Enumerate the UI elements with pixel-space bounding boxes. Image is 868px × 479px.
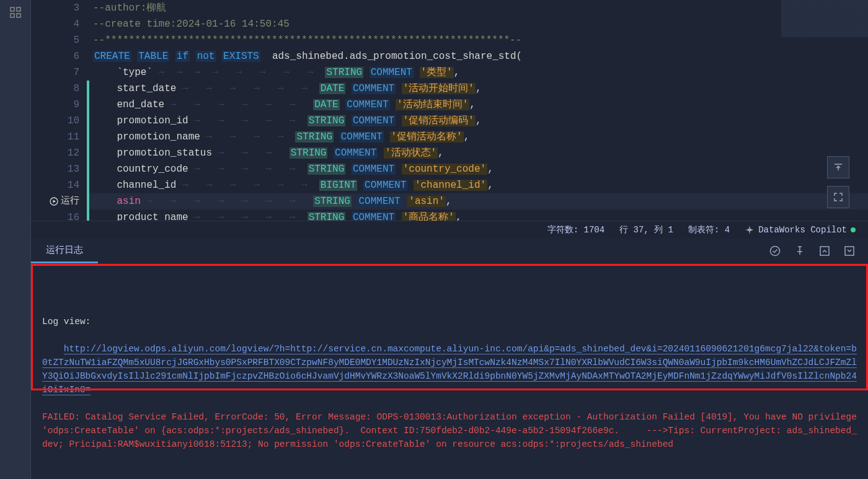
code-area[interactable]: --author:柳航--create time:2024-01-16 14:5… (87, 0, 868, 221)
code-line: channel_id → → → → → → BIGINT COMMENT 'c… (87, 177, 868, 193)
line-number: 运行 (31, 193, 87, 209)
line-number: 14 (31, 177, 87, 193)
line-number: 9 (31, 97, 87, 113)
code-line: --create time:2024-01-16 14:50:45 (87, 16, 868, 32)
collapse-up-icon[interactable] (818, 245, 831, 257)
sparkle-icon (745, 225, 755, 235)
line-number: 4 (31, 16, 87, 32)
line-number: 13 (31, 161, 87, 177)
code-line: country_code → → → → → STRING COMMENT 'c… (87, 161, 868, 177)
line-number: 7 (31, 64, 87, 81)
log-tabs: 运行日志 (31, 238, 868, 264)
code-line: promotion_name → → → → STRING COMMENT '促… (87, 129, 868, 145)
code-line: promotion_id → → → → → STRING COMMENT '促… (87, 113, 868, 129)
svg-point-5 (771, 246, 780, 255)
line-number: 6 (31, 48, 87, 64)
char-count: 字符数: 1704 (547, 224, 604, 235)
log-content[interactable]: Log view: http://logview.odps.aliyun.com… (31, 264, 868, 479)
code-line: CREATE TABLE if not EXISTS ads_shinebed.… (87, 48, 868, 64)
collapse-down-icon[interactable] (843, 245, 856, 257)
log-panel: 运行日志 Log view: http://logview.odps.aliyu… (31, 238, 868, 479)
check-circle-icon[interactable] (769, 245, 781, 257)
code-editor[interactable]: 34567891011121314 运行16 --author:柳航--crea… (31, 0, 868, 221)
status-dot-icon (851, 227, 856, 232)
log-view-label: Log view: (42, 315, 857, 328)
log-error-message: FAILED: Catalog Service Failed, ErrorCod… (42, 410, 857, 451)
svg-rect-0 (11, 7, 14, 11)
line-gutter: 34567891011121314 运行16 (31, 0, 87, 221)
code-line: --**************************************… (87, 32, 868, 48)
minimap[interactable] (781, 0, 868, 124)
line-number: 11 (31, 129, 87, 145)
fullscreen-button[interactable] (827, 186, 849, 208)
code-line: promotion_status → → → STRING COMMENT '活… (87, 145, 868, 161)
copilot-indicator[interactable]: DataWorks Copilot (745, 225, 856, 235)
line-number: 10 (31, 113, 87, 129)
pin-icon[interactable] (794, 245, 806, 257)
grid-icon[interactable] (0, 0, 31, 25)
activity-bar (0, 0, 31, 479)
line-number: 8 (31, 81, 87, 97)
log-view-link[interactable]: http://logview.odps.aliyun.com/logview/?… (42, 344, 857, 395)
code-line: asin → → → → → → → STRING COMMENT 'asin'… (87, 193, 868, 209)
svg-rect-1 (17, 7, 20, 11)
code-line: --author:柳航 (87, 0, 868, 16)
scroll-to-top-button[interactable] (827, 156, 849, 178)
tab-run-log[interactable]: 运行日志 (31, 238, 98, 263)
code-line: end_date → → → → → → DATE COMMENT '活动结束时… (87, 97, 868, 113)
svg-rect-3 (17, 14, 20, 17)
tabstop-size: 制表符: 4 (688, 224, 730, 235)
line-number: 3 (31, 0, 87, 16)
svg-rect-2 (11, 14, 14, 17)
code-line: `type` → → → → → → → → STRING COMMENT '类… (87, 64, 868, 81)
cursor-position: 行 37, 列 1 (619, 224, 673, 235)
line-number: 12 (31, 145, 87, 161)
status-bar: 字符数: 1704 行 37, 列 1 制表符: 4 DataWorks Cop… (31, 221, 868, 238)
line-number: 5 (31, 32, 87, 48)
code-line: start_date → → → → → → DATE COMMENT '活动开… (87, 81, 868, 97)
diff-marker (87, 81, 89, 242)
